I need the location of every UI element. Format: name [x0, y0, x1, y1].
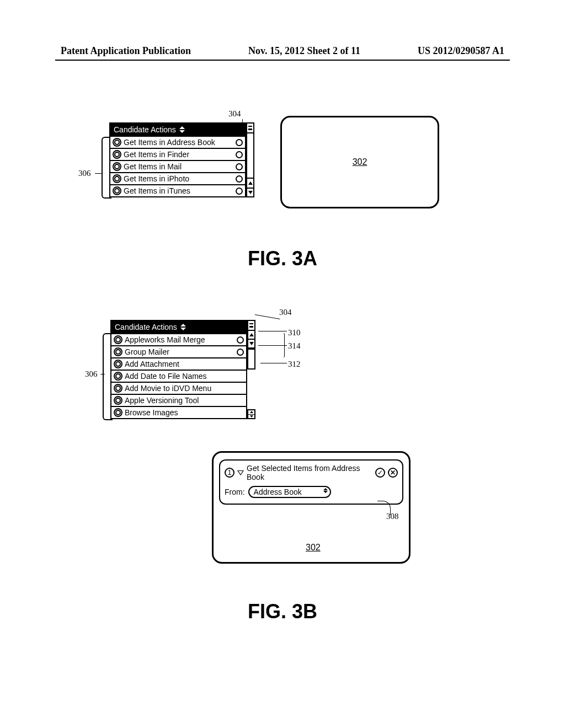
header-rule — [55, 60, 510, 61]
candidate-actions-header-3a[interactable]: Candidate Actions — [109, 122, 246, 137]
action-label: Add Movie to iDVD Menu — [125, 384, 244, 393]
header-center: Nov. 15, 2012 Sheet 2 of 11 — [248, 45, 360, 57]
action-icon — [113, 162, 121, 171]
scroll-track[interactable] — [248, 349, 254, 368]
action-label: Add Attachment — [125, 360, 244, 368]
header-right: US 2012/0290587 A1 — [418, 45, 504, 57]
scroll-down-icon[interactable] — [248, 415, 254, 419]
action-indicator-icon — [237, 336, 244, 344]
action-label: Appleworks Mail Merge — [125, 335, 234, 344]
sort-spinner-icon[interactable] — [179, 126, 186, 133]
workflow-step[interactable]: 1 Get Selected Items from Address Book ✓… — [219, 459, 403, 505]
ref-314: 314 — [288, 341, 301, 351]
ref-306-3a: 306 — [78, 169, 91, 178]
action-icon — [113, 138, 121, 147]
leader-314 — [258, 345, 287, 346]
close-step-icon[interactable]: ✕ — [388, 468, 398, 478]
scrollbar-3a[interactable] — [246, 122, 254, 197]
action-icon — [114, 408, 122, 417]
action-row[interactable]: Appleworks Mail Merge — [110, 334, 247, 346]
action-row[interactable]: Add Movie to iDVD Menu — [110, 383, 247, 395]
ref-312: 312 — [288, 360, 301, 369]
action-icon — [114, 372, 122, 381]
scroll-thumb-icon[interactable] — [248, 321, 254, 331]
action-icon — [114, 396, 122, 405]
leader-308 — [377, 501, 391, 515]
action-row[interactable]: Get Items in Mail — [109, 161, 246, 173]
candidate-actions-header-3b[interactable]: Candidate Actions — [110, 320, 247, 334]
scroll-down-icon[interactable] — [248, 340, 254, 349]
workflow-ref-302-3b: 302 — [306, 543, 321, 553]
action-label: Get Items in Mail — [124, 162, 233, 171]
action-label: Add Date to File Names — [125, 372, 244, 381]
leader-312 — [260, 363, 287, 363]
action-row[interactable]: Get Items in iPhoto — [109, 173, 246, 185]
action-icon — [113, 174, 121, 183]
scroll-up-icon[interactable] — [248, 410, 254, 415]
figure-label-3a: FIG. 3A — [0, 247, 565, 270]
scroll-thumb-icon[interactable] — [247, 124, 253, 133]
workflow-step-title: Get Selected Items from Address Book — [247, 464, 372, 481]
action-label: Get Items in Finder — [124, 150, 233, 159]
dropdown-spinner-icon[interactable] — [323, 488, 328, 493]
candidate-actions-pane-3b: Candidate Actions Appleworks Mail Merge … — [110, 320, 247, 419]
candidate-actions-title-3b: Candidate Actions — [115, 323, 177, 331]
action-row[interactable]: Get Items in iTunes — [109, 185, 246, 197]
from-dropdown[interactable]: Address Book — [248, 486, 331, 498]
scroll-up-icon[interactable] — [247, 179, 253, 188]
action-label: Apple Versioning Tool — [125, 396, 244, 405]
candidate-actions-pane-3a: Candidate Actions Get Items in Address B… — [109, 122, 246, 197]
from-label: From: — [225, 488, 245, 496]
workflow-ref-302-3a: 302 — [353, 157, 367, 167]
action-row[interactable]: Get Items in Address Book — [109, 137, 246, 149]
action-indicator-icon — [236, 139, 243, 146]
action-label: Get Items in Address Book — [124, 138, 233, 147]
ref-310: 310 — [288, 328, 301, 338]
ref-306-3b: 306 — [85, 370, 98, 379]
action-label: Get Items in iPhoto — [124, 174, 233, 183]
action-icon — [113, 150, 121, 159]
ref-304-3a: 304 — [228, 109, 241, 119]
sort-spinner-icon[interactable] — [180, 323, 187, 331]
ref-304-3b: 304 — [279, 308, 292, 317]
action-row[interactable]: Get Items in Finder — [109, 149, 246, 161]
header-left: Patent Application Publication — [61, 45, 191, 57]
candidate-actions-title-3a: Candidate Actions — [114, 125, 176, 134]
scrollbar-top-3b[interactable] — [247, 320, 255, 370]
leader-310 — [258, 331, 287, 331]
action-row[interactable]: Add Attachment — [110, 358, 247, 371]
action-indicator-icon — [236, 163, 243, 170]
action-indicator-icon — [236, 188, 243, 195]
action-icon — [114, 335, 122, 344]
action-icon — [113, 186, 121, 195]
workflow-from-row: From: Address Book — [225, 486, 398, 498]
page-header: Patent Application Publication Nov. 15, … — [0, 45, 565, 57]
leader-304-3b — [255, 314, 280, 319]
workflow-area-3a[interactable]: 302 — [280, 116, 439, 208]
action-indicator-icon — [236, 175, 243, 183]
action-icon — [114, 360, 122, 368]
action-label: Browse Images — [125, 408, 244, 417]
scrollbar-bottom-3b[interactable] — [247, 409, 255, 419]
action-row[interactable]: Group Mailer — [110, 346, 247, 358]
action-indicator-icon — [237, 349, 244, 356]
scroll-down-icon[interactable] — [247, 188, 253, 196]
action-label: Get Items in iTunes — [124, 186, 233, 195]
from-value: Address Book — [254, 488, 302, 496]
scroll-track[interactable] — [247, 133, 253, 179]
action-row[interactable]: Add Date to File Names — [110, 371, 247, 383]
figure-label-3b: FIG. 3B — [0, 600, 565, 623]
action-row[interactable]: Apple Versioning Tool — [110, 395, 247, 407]
step-number-icon: 1 — [225, 468, 234, 478]
action-row[interactable]: Browse Images — [110, 407, 247, 419]
disclosure-triangle-icon[interactable] — [237, 470, 244, 475]
action-label: Group Mailer — [125, 347, 234, 356]
scroll-up-icon[interactable] — [248, 331, 254, 340]
action-indicator-icon — [236, 151, 243, 158]
workflow-step-header: 1 Get Selected Items from Address Book ✓… — [225, 464, 398, 481]
action-icon — [114, 347, 122, 356]
status-ok-icon[interactable]: ✓ — [375, 468, 385, 478]
action-icon — [114, 384, 122, 393]
brace-314 — [284, 333, 285, 357]
